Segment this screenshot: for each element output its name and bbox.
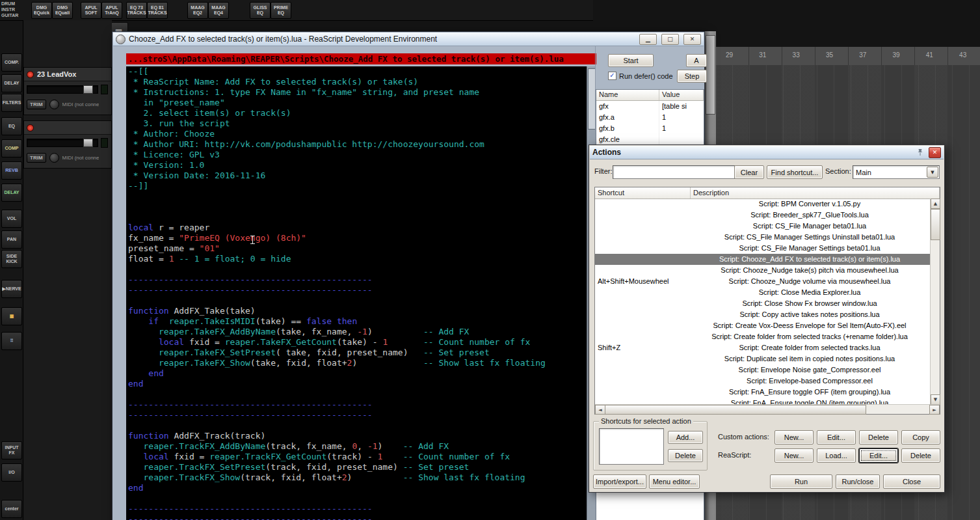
filter-input[interactable]	[613, 165, 735, 179]
action-row[interactable]: Script: BPM Converter v.1.05.py	[595, 198, 931, 210]
strip--[interactable]: ⠿	[1, 332, 22, 350]
action-row[interactable]: Script: FnA_Ensure toggle OFF (item grou…	[595, 387, 931, 398]
reascript-load-button[interactable]: Load...	[817, 448, 856, 463]
action-row[interactable]: Script: Chooze_Nudge take(s) pitch via m…	[595, 265, 931, 276]
fx-button-tracks[interactable]: EQ 81TRACKS	[147, 2, 168, 19]
list-header[interactable]: Shortcut Description	[595, 187, 940, 199]
maximize-button[interactable]: □	[661, 34, 679, 45]
minimize-button[interactable]: ▁	[639, 34, 657, 45]
watch-row[interactable]: gfx[table si	[596, 101, 704, 112]
volume-fader[interactable]	[27, 85, 98, 94]
strip-delay[interactable]: DELAY	[1, 74, 22, 92]
abort-button[interactable]: A	[686, 54, 707, 67]
step-button[interactable]: Step	[677, 70, 707, 83]
action-row[interactable]: Shift+ZScript: Create folder from select…	[595, 342, 931, 353]
pin-icon[interactable]	[916, 148, 924, 156]
strip-comp[interactable]: COMP	[1, 139, 22, 157]
strip-input-fx[interactable]: INPUT FX	[1, 441, 22, 459]
column-description[interactable]: Description	[691, 187, 940, 198]
run-close-button[interactable]: Run/close	[836, 474, 880, 489]
strip-side-kick[interactable]: SIDE KICK	[1, 250, 22, 268]
action-row[interactable]: Script: Create folder from selected trac…	[595, 331, 931, 342]
clear-button[interactable]: Clear	[734, 165, 764, 179]
strip-pan[interactable]: PAN	[1, 230, 22, 249]
reascript-delete-button[interactable]: Delete	[901, 448, 940, 463]
strip-revb[interactable]: REVB	[1, 161, 22, 180]
custom-edit-button[interactable]: Edit...	[817, 430, 856, 445]
delete-shortcut-button[interactable]: Delete	[668, 449, 703, 462]
action-row[interactable]: Script: Copy active takes notes position…	[595, 309, 931, 320]
fx-button-eq2[interactable]: MAAGEQ2	[187, 2, 208, 19]
action-row[interactable]: Script: CS_File Manager Settings Uninsta…	[595, 232, 931, 243]
import-export-button[interactable]: Import/export...	[593, 474, 646, 489]
action-row[interactable]: Script: Close Show Fx browser window.lua	[595, 298, 931, 309]
trim-button[interactable]: TRIM	[27, 100, 46, 109]
action-row[interactable]: Script: CS_File Manager Settings beta01.…	[595, 243, 931, 254]
action-row[interactable]: Script: Envelope Noise gate_Compressor.e…	[595, 364, 931, 376]
action-row[interactable]: Script: CS_File Manager beta01.lua	[595, 221, 931, 232]
fader-handle[interactable]	[83, 139, 93, 147]
strip-eq[interactable]: EQ	[1, 117, 22, 135]
track-2[interactable]: TRIM MIDI (not conne	[23, 120, 112, 169]
find-shortcut-button[interactable]: Find shortcut...	[767, 165, 823, 179]
action-row[interactable]: Alt+Shift+MousewheelScript: Chooze_Nudge…	[595, 276, 931, 287]
watch-column-name[interactable]: Name	[596, 90, 659, 100]
strip-i-o[interactable]: I/O	[1, 463, 22, 482]
fx-button-eq[interactable]: GLISSEQ	[250, 2, 271, 19]
close-icon[interactable]: ✕	[929, 147, 941, 158]
track-header[interactable]	[24, 121, 111, 135]
action-row[interactable]: Script: Create Vox-Deess Envelope for Se…	[595, 320, 931, 331]
watch-column-value[interactable]: Value	[659, 90, 704, 100]
action-row[interactable]: Script: Duplicate sel item in copied not…	[595, 353, 931, 364]
timeline-ruler[interactable]: 2931333537394143	[715, 47, 980, 66]
scrollbar-thumb[interactable]	[605, 405, 866, 415]
strip-filters[interactable]: FILTERS	[1, 94, 22, 112]
scroll-right-icon[interactable]: ►	[929, 405, 940, 415]
fx-button-tranq[interactable]: APULTrAnQ	[101, 2, 122, 19]
record-arm-icon[interactable]	[27, 124, 34, 131]
watch-row[interactable]: gfx.b1	[596, 123, 704, 134]
strip--[interactable]: ▦	[1, 307, 22, 325]
close-button[interactable]: ✕	[683, 34, 701, 45]
action-row-selected[interactable]: Script: Chooze_Add FX to selected track(…	[595, 254, 931, 265]
custom-copy-button[interactable]: Copy	[901, 430, 940, 445]
reascript-new-button[interactable]: New...	[775, 448, 814, 463]
actions-title-bar[interactable]: Actions ✕	[590, 146, 944, 159]
fx-button-soft[interactable]: APULSOFT	[81, 2, 101, 19]
list-horizontal-scrollbar[interactable]: ◄ ►	[595, 404, 940, 414]
fx-button-equali[interactable]: DMGEQuali	[52, 2, 73, 19]
section-select[interactable]: Main ▼	[853, 165, 940, 179]
fx-button-eq[interactable]: PRIMEEQ	[271, 2, 291, 19]
custom-delete-button[interactable]: Delete	[859, 430, 898, 445]
shortcuts-listbox[interactable]	[599, 428, 664, 465]
record-arm-icon[interactable]	[27, 71, 34, 78]
scrollbar-thumb[interactable]	[706, 35, 715, 115]
strip-vol[interactable]: VOL	[1, 210, 22, 228]
action-row[interactable]: Script: Envelope-based Compressor.eel	[595, 376, 931, 387]
action-row[interactable]: Script: Close Media Explorer.lua	[595, 287, 931, 298]
track-name[interactable]: 23 LeadVox	[37, 70, 76, 78]
run-button[interactable]: Run	[770, 474, 832, 489]
scroll-up-icon[interactable]: ▲	[931, 198, 940, 209]
reascript-edit-button[interactable]: Edit...	[859, 448, 898, 463]
fx-button-tracks[interactable]: EQ 73TRACKS	[126, 2, 147, 19]
fader-handle[interactable]	[83, 85, 93, 94]
pan-knob[interactable]	[49, 100, 59, 109]
column-shortcut[interactable]: Shortcut	[595, 187, 691, 198]
start-button[interactable]: Start	[608, 54, 654, 67]
volume-fader[interactable]	[27, 139, 98, 147]
close-button[interactable]: Close	[883, 474, 940, 489]
strip-center[interactable]: center	[1, 500, 22, 518]
watch-header[interactable]: Name Value	[596, 90, 704, 101]
strip-comp-[interactable]: COMP.	[1, 53, 22, 72]
scroll-left-icon[interactable]: ◄	[595, 405, 605, 415]
pan-knob[interactable]	[49, 153, 59, 163]
list-vertical-scrollbar[interactable]: ▲ ▼	[930, 198, 940, 405]
code-editor[interactable]: --[[ * ReaScript Name: Add FX to selecte…	[126, 66, 589, 520]
strip--nerve[interactable]: ▶NERVE	[1, 280, 22, 298]
watch-row[interactable]: gfx.cle	[596, 134, 704, 145]
menu-editor-button[interactable]: Menu editor...	[649, 474, 700, 489]
action-row[interactable]: Script: Breeder_spk77_GlueTools.lua	[595, 210, 931, 221]
scroll-down-icon[interactable]: ▼	[931, 394, 940, 405]
custom-new-button[interactable]: New...	[775, 430, 814, 445]
